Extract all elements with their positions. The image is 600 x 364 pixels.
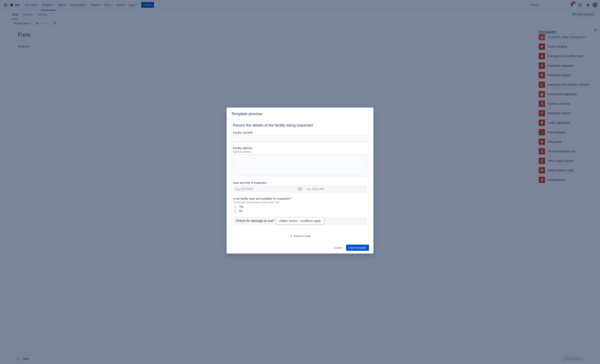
italic-icon[interactable]: I — [41, 22, 42, 25]
doc-title[interactable]: Form — [18, 32, 517, 38]
template-item[interactable]: Evacuation drill observer checklist — [538, 80, 600, 89]
give-feedback-button[interactable]: Give feedback — [571, 11, 596, 17]
template-item[interactable]: Interpreter request — [538, 109, 600, 118]
insert-template-button[interactable]: Insert template — [346, 245, 369, 251]
nav-item-dashboards[interactable]: Dashboards▾ — [69, 2, 89, 8]
doc-hint: Build you — [18, 45, 517, 48]
template-item[interactable]: New printer — [538, 137, 600, 146]
back-button-icon[interactable] — [16, 356, 21, 361]
svg-rect-6 — [4, 6, 5, 6]
logo-text: Jira — [15, 3, 20, 7]
svg-rect-16 — [542, 56, 542, 56]
facility-address-input[interactable] — [233, 155, 367, 176]
help-icon[interactable] — [577, 2, 583, 8]
top-navigation: Jira Your work▾Projects▾Filters▾Dashboar… — [0, 0, 600, 10]
close-icon[interactable]: ✕ — [594, 28, 597, 33]
facility-address-desc: Type full address — [233, 150, 367, 153]
chevron-down-icon: ▾ — [112, 4, 113, 6]
template-icon — [539, 100, 545, 107]
template-item[interactable]: Event permit application — [538, 89, 600, 99]
template-item[interactable]: Courier booking — [538, 42, 600, 51]
template-label: Facilities checklist — [547, 102, 570, 105]
chevron-down-icon: ▾ — [100, 4, 101, 6]
subtab-settings[interactable]: Settings — [38, 10, 48, 19]
template-icon — [539, 129, 545, 136]
svg-rect-20 — [541, 76, 543, 76]
nav-item-plans[interactable]: Plans▾ — [103, 2, 114, 8]
global-search[interactable] — [527, 2, 567, 8]
settings-gear-icon[interactable] — [584, 2, 591, 8]
bold-icon[interactable]: B — [37, 22, 38, 25]
template-item[interactable]: Move Request — [538, 127, 600, 137]
facility-name-label: Facility name/ID — [233, 131, 367, 134]
svg-rect-19 — [541, 75, 543, 75]
svg-rect-1 — [5, 3, 6, 4]
svg-point-21 — [541, 83, 542, 85]
cancel-button[interactable]: Cancel — [332, 245, 345, 251]
nav-item-teams[interactable]: Teams▾ — [89, 2, 102, 8]
more-formatting-icon[interactable]: ⋯ — [45, 22, 48, 25]
radio-no[interactable] — [234, 210, 236, 212]
template-label: Off-site equipment use — [547, 150, 575, 153]
notification-badge: 9+ — [572, 1, 575, 4]
create-button[interactable]: Create — [141, 2, 154, 8]
template-item[interactable]: Off-site equipment use — [538, 146, 600, 156]
svg-rect-36 — [299, 188, 301, 190]
template-preview-modal: Template preview Record the details of t… — [227, 108, 373, 254]
svg-rect-25 — [541, 103, 543, 104]
template-icon: P — [539, 177, 545, 183]
svg-rect-22 — [541, 93, 543, 96]
template-item[interactable]: Office supply account — [538, 156, 600, 165]
svg-rect-4 — [5, 5, 6, 5]
date-input[interactable]: e.g. 4/27/2023 — [233, 185, 296, 192]
back-label[interactable]: Back — [23, 357, 29, 360]
notifications-icon[interactable]: 9+ — [569, 2, 575, 8]
time-input[interactable]: e.g. 10:41 AM — [304, 185, 367, 192]
nav-item-projects[interactable]: Projects▾ — [40, 2, 56, 8]
template-icon — [539, 139, 545, 145]
svg-rect-0 — [4, 3, 5, 4]
template-item[interactable]: Contractor safety management — [538, 32, 600, 42]
primary-nav-items: Your work▾Projects▾Filters▾Dashboards▾Te… — [23, 2, 138, 8]
svg-rect-18 — [541, 74, 543, 74]
calendar-icon[interactable] — [296, 185, 304, 193]
subtab-preview[interactable]: Preview — [23, 10, 33, 19]
template-item[interactable]: Employee suggestion — [538, 61, 600, 70]
chevron-down-icon: ▾ — [86, 4, 87, 6]
template-icon — [539, 119, 545, 126]
svg-point-31 — [541, 160, 542, 161]
facility-address-label: Facility address — [233, 146, 367, 150]
chevron-down-icon: ▾ — [136, 4, 137, 6]
search-input[interactable] — [530, 3, 565, 7]
chevron-down-icon: ▾ — [53, 4, 54, 6]
nav-item-filters[interactable]: Filters▾ — [56, 2, 68, 8]
save-changes-button[interactable]: Save changes — [562, 355, 584, 362]
jira-logo[interactable]: Jira — [9, 3, 20, 7]
template-icon — [539, 34, 545, 40]
svg-rect-27 — [541, 121, 543, 124]
template-item[interactable]: Facilities checklist — [538, 99, 600, 109]
align-icon[interactable] — [53, 21, 57, 26]
user-avatar[interactable] — [592, 2, 598, 8]
nav-item-apps[interactable]: Apps▾ — [127, 2, 138, 8]
template-label: Interpreter request — [547, 112, 570, 115]
template-item[interactable]: Locker application — [538, 118, 600, 127]
nav-item-your-work[interactable]: Your work▾ — [23, 2, 40, 8]
template-item[interactable]: Equipment request — [538, 70, 600, 80]
radio-no-label: No — [239, 209, 243, 212]
template-item[interactable]: Order business cards — [538, 165, 600, 175]
template-item[interactable]: Emergency evacuation report — [538, 51, 600, 61]
template-label: Emergency evacuation report — [547, 55, 584, 58]
text-style-select[interactable]: Normal text ▾ — [14, 22, 31, 25]
open-question-label: Is the facility open and available for i… — [233, 197, 367, 200]
template-item[interactable]: PParking permit — [538, 175, 600, 185]
hidden-section-banner: Check for damage to surf Hidden section … — [233, 217, 367, 225]
svg-rect-26 — [541, 104, 543, 105]
subtab-build[interactable]: Build — [12, 10, 18, 19]
nav-item-assets[interactable]: Assets — [115, 2, 126, 8]
radio-yes[interactable] — [234, 206, 236, 208]
datetime-label: Date and time of inspection — [233, 181, 367, 184]
facility-name-input[interactable] — [233, 135, 367, 142]
app-switcher-icon[interactable] — [2, 2, 9, 8]
template-icon — [539, 82, 545, 88]
